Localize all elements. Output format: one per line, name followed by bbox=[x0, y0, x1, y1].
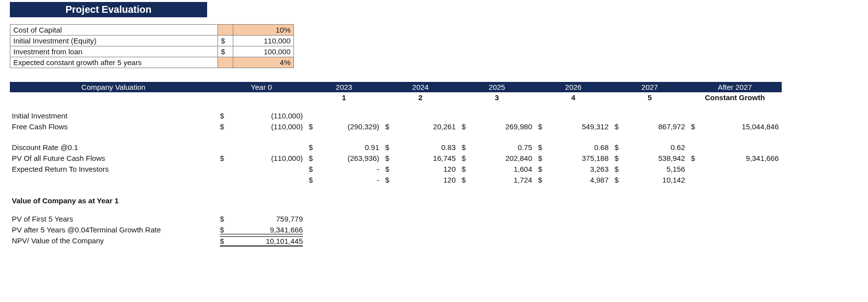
valuation-cell-value: 0.62 bbox=[620, 143, 685, 151]
valuation-cell-value: 5,156 bbox=[620, 165, 685, 173]
valuation-cell bbox=[688, 176, 782, 187]
valuation-cell-currency: $ bbox=[309, 176, 315, 184]
summary-value-cell: $10,101,445 bbox=[217, 236, 306, 247]
summary-value: 759,779 bbox=[226, 215, 303, 223]
valuation-cell-value: 1,604 bbox=[468, 165, 532, 173]
valuation-cell-value: 9,341,666 bbox=[697, 154, 779, 162]
valuation-subheader-cell: 1 bbox=[306, 92, 382, 102]
valuation-cell bbox=[217, 143, 306, 154]
valuation-cell bbox=[688, 143, 782, 154]
valuation-cell bbox=[535, 112, 612, 122]
valuation-cell-value: (263,936) bbox=[315, 154, 379, 162]
valuation-cell-currency: $ bbox=[220, 122, 226, 131]
valuation-cell bbox=[217, 165, 306, 176]
valuation-cell: $0.83 bbox=[382, 143, 459, 154]
valuation-cell-value: 120 bbox=[391, 176, 456, 184]
valuation-cell: $549,312 bbox=[535, 122, 612, 133]
valuation-cell-value: 538,942 bbox=[620, 154, 685, 162]
valuation-cell: $375,188 bbox=[535, 154, 612, 165]
valuation-cell: $(263,936) bbox=[306, 154, 382, 165]
valuation-cell-currency: $ bbox=[462, 143, 468, 151]
valuation-cell-value: 375,188 bbox=[544, 154, 609, 162]
summary-currency: $ bbox=[220, 215, 226, 223]
valuation-cell-value: 20,261 bbox=[391, 122, 456, 131]
valuation-cell bbox=[306, 112, 382, 122]
valuation-cell-currency: $ bbox=[691, 154, 697, 162]
valuation-cell-currency: $ bbox=[615, 154, 620, 162]
valuation-cell-currency: $ bbox=[538, 165, 544, 173]
valuation-cell bbox=[459, 112, 535, 122]
valuation-header-cell: 2025 bbox=[459, 82, 535, 92]
valuation-cell: $16,745 bbox=[382, 154, 459, 165]
title-bar: Project Evaluation bbox=[10, 2, 207, 17]
valuation-cell-value: 16,745 bbox=[391, 154, 456, 162]
valuation-header-cell: 2026 bbox=[535, 82, 612, 92]
valuation-cell-currency: $ bbox=[309, 143, 315, 151]
summary-value-cell: $759,779 bbox=[217, 215, 306, 226]
valuation-cell-currency: $ bbox=[385, 176, 391, 184]
summary-row-label: PV after 5 Years @0.04Terminal Growth Ra… bbox=[10, 226, 217, 236]
valuation-cell: $5,156 bbox=[612, 165, 688, 176]
inputs-currency: $ bbox=[217, 36, 233, 46]
valuation-cell: $867,972 bbox=[612, 122, 688, 133]
valuation-cell: $20,261 bbox=[382, 122, 459, 133]
valuation-cell: $15,044,846 bbox=[688, 122, 782, 133]
valuation-cell-currency: $ bbox=[462, 176, 468, 184]
inputs-row: Initial Investment (Equity)$110,000 bbox=[10, 36, 294, 46]
valuation-cell: $1,604 bbox=[459, 165, 535, 176]
valuation-cell: $- bbox=[306, 176, 382, 187]
valuation-cell: $202,840 bbox=[459, 154, 535, 165]
inputs-table: Cost of Capital10%Initial Investment (Eq… bbox=[10, 24, 294, 68]
valuation-row-label bbox=[10, 176, 217, 187]
valuation-row-label: Expected Return To Investors bbox=[10, 165, 217, 176]
valuation-cell-value: 3,263 bbox=[544, 165, 609, 173]
inputs-label: Investment from loan bbox=[10, 46, 218, 57]
valuation-cell-currency: $ bbox=[385, 122, 391, 131]
valuation-cell-currency: $ bbox=[462, 154, 468, 162]
summary-currency: $ bbox=[220, 226, 226, 234]
valuation-row-label: PV Of all Future Cash Flows bbox=[10, 154, 217, 165]
valuation-cell-value: 15,044,846 bbox=[697, 122, 779, 131]
summary-value: 9,341,666 bbox=[226, 226, 303, 234]
valuation-subheader-cell bbox=[217, 92, 306, 102]
valuation-cell-value: (110,000) bbox=[226, 122, 303, 131]
valuation-cell-currency: $ bbox=[462, 122, 468, 131]
inputs-label: Cost of Capital bbox=[10, 25, 218, 36]
summary-currency: $ bbox=[220, 237, 226, 245]
valuation-cell-value: - bbox=[315, 176, 379, 184]
valuation-cell-currency: $ bbox=[538, 143, 544, 151]
valuation-cell-value: 0.91 bbox=[315, 143, 379, 151]
valuation-subheader-cell: Constant Growth bbox=[688, 92, 782, 102]
valuation-cell-value: 867,972 bbox=[620, 122, 685, 131]
valuation-row-label: Discount Rate @0.1 bbox=[10, 143, 217, 154]
valuation-cell: $0.62 bbox=[612, 143, 688, 154]
valuation-cell-currency: $ bbox=[538, 154, 544, 162]
inputs-row: Cost of Capital10% bbox=[10, 25, 294, 36]
valuation-cell-value: (110,000) bbox=[226, 112, 303, 120]
valuation-cell-currency: $ bbox=[615, 176, 620, 184]
valuation-cell bbox=[217, 176, 306, 187]
valuation-cell: $0.75 bbox=[459, 143, 535, 154]
valuation-cell-currency: $ bbox=[538, 176, 544, 184]
valuation-header-cell: 2024 bbox=[382, 82, 459, 92]
valuation-subheader-cell: 4 bbox=[535, 92, 612, 102]
valuation-cell: $0.68 bbox=[535, 143, 612, 154]
valuation-cell-currency: $ bbox=[462, 165, 468, 173]
valuation-cell: $4,987 bbox=[535, 176, 612, 187]
valuation-cell-value: 269,980 bbox=[468, 122, 532, 131]
valuation-cell-value: - bbox=[315, 165, 379, 173]
valuation-cell-value: 4,987 bbox=[544, 176, 609, 184]
summary-value: 10,101,445 bbox=[226, 237, 303, 245]
summary-row-label: NPV/ Value of the Company bbox=[10, 236, 217, 247]
inputs-currency: $ bbox=[217, 46, 233, 57]
valuation-cell: $3,263 bbox=[535, 165, 612, 176]
summary-row-label: PV of First 5 Years bbox=[10, 215, 217, 226]
valuation-cell-currency: $ bbox=[538, 122, 544, 131]
inputs-value: 4% bbox=[233, 57, 293, 68]
valuation-cell: $538,942 bbox=[612, 154, 688, 165]
inputs-currency bbox=[217, 57, 233, 68]
valuation-row-label: Free Cash Flows bbox=[10, 122, 217, 133]
summary-title: Value of Company as at Year 1 bbox=[10, 196, 217, 205]
valuation-cell-currency: $ bbox=[385, 143, 391, 151]
valuation-cell: $120 bbox=[382, 176, 459, 187]
